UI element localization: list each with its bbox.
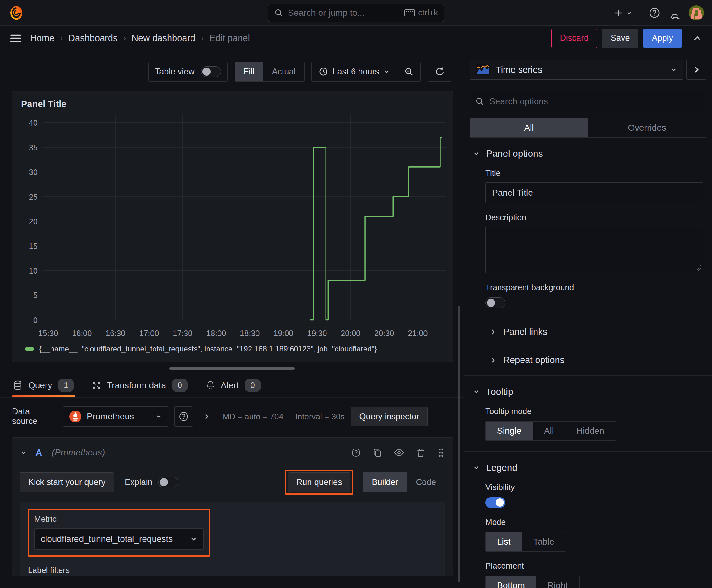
svg-text:16:30: 16:30: [106, 328, 125, 338]
table-view-toggle[interactable]: [201, 66, 221, 77]
query-row-header[interactable]: A (Prometheus): [20, 443, 445, 463]
pane-resize-row: [0, 362, 464, 373]
svg-text:10: 10: [29, 266, 38, 275]
hide-response-icon[interactable]: [394, 447, 404, 458]
panel-title-input[interactable]: [486, 183, 703, 203]
explain-toggle[interactable]: [158, 477, 178, 487]
query-editor-card: A (Prometheus): [12, 437, 453, 576]
tab-transform-data[interactable]: Transform data 0: [90, 373, 189, 397]
tooltip-mode-single[interactable]: Single: [486, 422, 533, 440]
panel-links-label: Panel links: [503, 327, 547, 337]
legend-visibility-toggle[interactable]: [486, 497, 505, 508]
svg-text:17:00: 17:00: [139, 328, 159, 338]
search-shortcut: ctrl+k: [418, 8, 438, 18]
discard-button[interactable]: Discard: [551, 28, 597, 48]
tooltip-header-label: Tooltip: [486, 386, 513, 397]
builder-option[interactable]: Builder: [363, 472, 407, 492]
metric-select[interactable]: cloudflared_tunnel_total_requests: [34, 528, 204, 550]
resize-grip-icon[interactable]: [695, 266, 701, 271]
global-search[interactable]: Search or jump to... ctrl+k: [268, 4, 444, 22]
news-feed-icon[interactable]: [669, 7, 681, 19]
zoom-out-button[interactable]: [397, 62, 420, 81]
visualization-picker[interactable]: Time series: [470, 60, 683, 80]
description-label: Description: [486, 213, 703, 223]
kick-start-button[interactable]: Kick start your query: [20, 472, 114, 492]
svg-text:40: 40: [29, 118, 38, 128]
code-option[interactable]: Code: [407, 472, 445, 492]
tooltip-mode-group: Single All Hidden: [486, 421, 616, 441]
tab-alert-label: Alert: [221, 380, 239, 391]
query-datasource-hint: (Prometheus): [52, 447, 105, 458]
save-button[interactable]: Save: [602, 28, 639, 48]
legend-mode-table[interactable]: Table: [522, 532, 566, 551]
tab-alert[interactable]: Alert 0: [204, 373, 262, 397]
vertical-scrollbar[interactable]: [458, 306, 460, 582]
search-icon: [475, 97, 484, 106]
time-series-viz-icon: [476, 64, 490, 76]
hamburger-menu-icon[interactable]: [9, 33, 22, 44]
promql-builder-panel: Metric cloudflared_tunnel_total_requests…: [20, 502, 445, 576]
help-button[interactable]: [649, 7, 661, 19]
panel-links-section[interactable]: Panel links: [464, 318, 712, 346]
collapse-sidebar-button[interactable]: [686, 60, 706, 80]
actual-option[interactable]: Actual: [263, 62, 304, 81]
clock-icon: [319, 67, 328, 76]
legend-placement-right[interactable]: Right: [536, 576, 579, 588]
legend-mode-list[interactable]: List: [486, 532, 522, 551]
apply-button[interactable]: Apply: [643, 28, 682, 48]
options-filter-tabs: All Overrides: [470, 118, 706, 138]
pane-resize-handle[interactable]: [169, 367, 295, 370]
drag-handle-icon[interactable]: [437, 447, 445, 458]
metric-highlight: Metric cloudflared_tunnel_total_requests: [28, 509, 210, 556]
chevron-right-icon[interactable]: [202, 413, 211, 421]
time-range-group: Last 6 hours: [311, 62, 421, 82]
chevron-down-icon: [670, 66, 677, 73]
tab-transform-label: Transform data: [107, 380, 166, 391]
tab-query[interactable]: Query 1: [12, 373, 75, 397]
delete-query-icon[interactable]: [416, 447, 426, 458]
duplicate-query-icon[interactable]: [372, 447, 382, 458]
panel-view-toolbar: Table view Fill Actual Last 6 hours: [0, 51, 464, 82]
tab-all[interactable]: All: [470, 119, 588, 137]
chevron-down-icon[interactable]: [20, 449, 27, 456]
time-series-chart[interactable]: 051015202530354015:3016:0016:3017:0017:3…: [12, 110, 453, 343]
run-queries-button[interactable]: Run queries: [288, 472, 351, 492]
panel-options-header[interactable]: Panel options: [464, 138, 712, 159]
tooltip-mode-hidden[interactable]: Hidden: [565, 422, 616, 440]
options-search[interactable]: Search options: [470, 92, 706, 111]
tooltip-mode-all[interactable]: All: [533, 422, 565, 440]
chevron-down-icon: [384, 68, 390, 75]
breadcrumb-new-dashboard[interactable]: New dashboard: [132, 33, 195, 43]
legend-series-label[interactable]: {__name__="cloudflared_tunnel_total_requ…: [39, 344, 377, 353]
datasource-help-button[interactable]: [174, 406, 193, 426]
breadcrumb-dashboards[interactable]: Dashboards: [68, 33, 117, 43]
description-textarea[interactable]: [486, 227, 703, 273]
svg-text:19:00: 19:00: [274, 328, 293, 338]
grafana-logo[interactable]: [8, 5, 24, 21]
legend-placement-group: Bottom Right: [486, 576, 580, 588]
breadcrumb-home[interactable]: Home: [30, 33, 54, 43]
fill-option[interactable]: Fill: [235, 62, 263, 81]
transparent-background-label: Transparent background: [486, 283, 703, 292]
top-bar: Search or jump to... ctrl+k: [0, 0, 712, 26]
tab-overrides[interactable]: Overrides: [588, 119, 706, 137]
time-range-picker[interactable]: Last 6 hours: [312, 62, 397, 81]
new-menu-button[interactable]: [614, 8, 632, 18]
avatar[interactable]: [689, 5, 704, 20]
chevron-up-icon[interactable]: [692, 33, 703, 44]
builder-code-switch: Builder Code: [363, 472, 445, 492]
breadcrumb-separator: ›: [60, 33, 63, 43]
transparent-background-toggle[interactable]: [486, 297, 505, 308]
svg-text:19:30: 19:30: [307, 328, 327, 338]
legend-series-marker[interactable]: [25, 348, 34, 351]
repeat-options-section[interactable]: Repeat options: [464, 346, 712, 374]
tooltip-header[interactable]: Tooltip: [464, 376, 712, 397]
datasource-picker[interactable]: Prometheus: [63, 406, 168, 426]
query-inspector-button[interactable]: Query inspector: [351, 407, 428, 426]
editor-tabs: Query 1 Transform data 0: [0, 373, 464, 398]
refresh-button[interactable]: [428, 62, 452, 81]
search-placeholder: Search or jump to...: [288, 8, 400, 18]
legend-placement-bottom[interactable]: Bottom: [486, 576, 536, 588]
legend-header[interactable]: Legend: [464, 452, 712, 473]
query-help-icon[interactable]: [351, 447, 361, 458]
